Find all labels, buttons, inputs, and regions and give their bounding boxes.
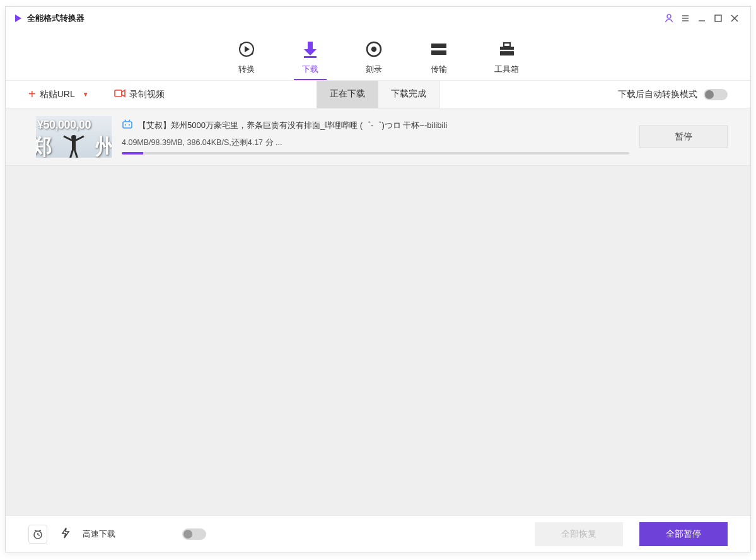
svg-rect-6 [715, 15, 721, 21]
menu-icon[interactable] [677, 10, 694, 26]
record-video-label: 录制视频 [129, 89, 165, 100]
thumb-overlay-text: ¥50,000,00 [37, 119, 110, 132]
thumb-person-icon [61, 131, 86, 158]
action-bar: + 粘贴URL ▼ 录制视频 正在下载 下载完成 下载后自动转换模式 [6, 81, 750, 108]
svg-point-15 [372, 47, 376, 51]
fast-download-label: 高速下载 [83, 528, 115, 540]
segtab-downloading-label: 正在下载 [330, 88, 365, 100]
tab-download[interactable]: 下载 [298, 30, 323, 80]
paste-url-label: 粘贴URL [40, 89, 75, 100]
download-list: ¥50,000,00 郑 州 【艾叔】郑州5000万豪宅里，养条 [6, 108, 750, 515]
svg-rect-23 [115, 90, 122, 96]
thumb-char-right: 州 [95, 132, 112, 158]
plus-icon: + [28, 87, 36, 102]
footer-bar: 高速下载 全部恢复 全部暂停 [6, 515, 750, 552]
tab-toolbox[interactable]: 工具箱 [491, 30, 523, 80]
right-actions: 下载后自动转换模式 [618, 89, 728, 100]
tab-convert-label: 转换 [238, 64, 255, 75]
fast-download-toggle[interactable] [182, 528, 206, 540]
tab-transfer[interactable]: 传输 [425, 30, 453, 80]
titlebar: 全能格式转换器 [6, 7, 750, 30]
auto-convert-label: 下载后自动转换模式 [618, 89, 697, 100]
tab-download-label: 下载 [302, 64, 318, 75]
paste-url-button[interactable]: + 粘贴URL ▼ [28, 87, 89, 102]
svg-line-40 [39, 530, 41, 531]
pause-button-label: 暂停 [675, 131, 692, 143]
tab-convert[interactable]: 转换 [233, 30, 260, 80]
app-logo-icon [13, 13, 23, 23]
download-icon [301, 38, 319, 60]
pause-button[interactable]: 暂停 [639, 125, 728, 148]
svg-marker-12 [304, 49, 317, 55]
bolt-icon [61, 527, 70, 541]
resume-all-button[interactable]: 全部恢复 [535, 522, 623, 546]
download-title: 【艾叔】郑州5000万豪宅里，养条巨贵有没有排面_哔哩哔哩 (゜-゜)つロ 干杯… [138, 120, 447, 131]
svg-marker-0 [15, 15, 21, 22]
download-thumbnail: ¥50,000,00 郑 州 [36, 116, 112, 158]
convert-icon [237, 38, 256, 60]
download-item: ¥50,000,00 郑 州 【艾叔】郑州5000万豪宅里，养条 [6, 108, 750, 166]
auto-convert-toggle[interactable] [704, 89, 728, 100]
tab-transfer-label: 传输 [431, 64, 447, 75]
pause-all-label: 全部暂停 [666, 528, 701, 540]
chevron-down-icon: ▼ [83, 91, 89, 98]
record-video-button[interactable]: 录制视频 [114, 89, 165, 100]
clock-icon [32, 528, 44, 540]
segtab-done[interactable]: 下载完成 [378, 81, 439, 108]
main-tabs-container: 转换 下载 刻录 传输 [6, 30, 750, 81]
transfer-icon [429, 38, 449, 60]
svg-marker-41 [62, 528, 69, 538]
svg-rect-31 [123, 122, 132, 128]
app-window: 全能格式转换器 转换 [5, 6, 751, 552]
close-icon[interactable] [726, 10, 743, 26]
svg-rect-21 [504, 43, 510, 47]
svg-line-38 [38, 535, 40, 535]
user-icon[interactable] [661, 10, 677, 26]
burn-icon [364, 38, 383, 60]
main-tabs: 转换 下载 刻录 传输 [6, 30, 750, 80]
svg-point-25 [71, 135, 76, 140]
svg-line-39 [35, 530, 37, 531]
camera-icon [114, 89, 125, 100]
tab-burn[interactable]: 刻录 [361, 30, 387, 80]
bilibili-icon [122, 119, 133, 131]
svg-line-29 [70, 149, 73, 158]
download-status-tabs: 正在下载 下载完成 [317, 81, 439, 108]
svg-rect-11 [308, 42, 313, 49]
tab-burn-label: 刻录 [366, 64, 382, 75]
download-progress-bar [122, 152, 143, 155]
pause-all-button[interactable]: 全部暂停 [639, 522, 728, 546]
minimize-icon[interactable] [694, 10, 710, 26]
toolbox-icon [497, 38, 516, 60]
svg-point-1 [667, 15, 671, 18]
svg-marker-10 [245, 46, 250, 52]
schedule-button[interactable] [28, 525, 47, 544]
maximize-icon[interactable] [710, 10, 726, 26]
download-meta: 【艾叔】郑州5000万豪宅里，养条巨贵有没有排面_哔哩哔哩 (゜-゜)つロ 干杯… [122, 119, 629, 155]
download-status-text: 4.09MB/98.39MB, 386.04KB/S,还剩4.17 分 ... [122, 137, 629, 148]
resume-all-label: 全部恢复 [561, 528, 596, 540]
svg-rect-13 [304, 56, 317, 58]
app-title: 全能格式转换器 [27, 13, 84, 24]
download-progress [122, 152, 629, 155]
thumb-char-left: 郑 [36, 132, 52, 158]
svg-line-30 [74, 149, 78, 158]
segtab-done-label: 下载完成 [391, 88, 426, 100]
segtab-downloading[interactable]: 正在下载 [317, 81, 378, 108]
tab-toolbox-label: 工具箱 [494, 64, 519, 75]
